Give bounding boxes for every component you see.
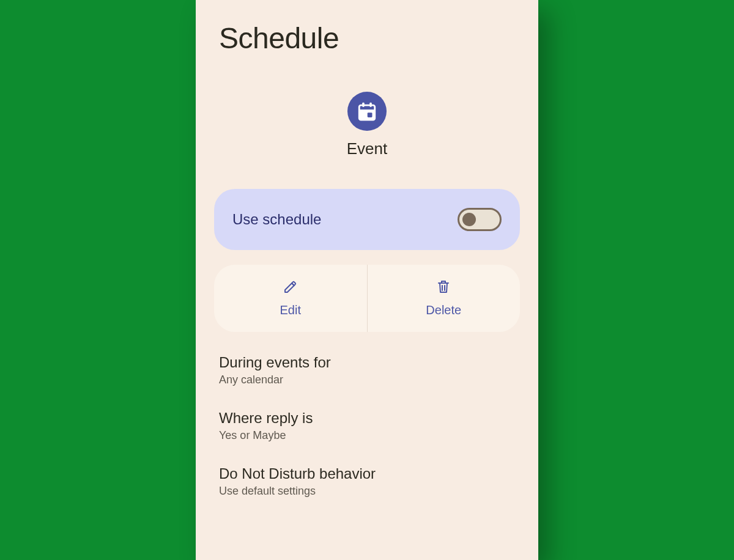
setting-title: Where reply is (219, 410, 515, 427)
setting-subtitle: Yes or Maybe (219, 429, 515, 442)
svg-rect-4 (369, 103, 372, 107)
pencil-icon (283, 279, 298, 297)
use-schedule-row[interactable]: Use schedule (214, 189, 520, 250)
delete-label: Delete (426, 303, 461, 317)
setting-during-events[interactable]: During events for Any calendar (219, 354, 515, 386)
trash-icon (436, 279, 451, 297)
setting-title: During events for (219, 354, 515, 371)
calendar-event-icon (347, 92, 387, 131)
setting-dnd-behavior[interactable]: Do Not Disturb behavior Use default sett… (219, 465, 515, 498)
settings-panel: Schedule Event Use schedule (196, 0, 538, 560)
setting-where-reply[interactable]: Where reply is Yes or Maybe (219, 410, 515, 442)
setting-subtitle: Use default settings (219, 485, 515, 498)
use-schedule-toggle[interactable] (458, 208, 502, 231)
setting-subtitle: Any calendar (219, 374, 515, 386)
use-schedule-label: Use schedule (232, 211, 321, 228)
settings-list: During events for Any calendar Where rep… (214, 354, 520, 498)
svg-rect-3 (362, 103, 365, 107)
setting-title: Do Not Disturb behavior (219, 465, 515, 482)
edit-label: Edit (280, 303, 301, 317)
event-header: Event (214, 92, 520, 158)
page-title: Schedule (219, 21, 520, 55)
delete-button[interactable]: Delete (367, 265, 521, 332)
edit-button[interactable]: Edit (214, 265, 367, 332)
event-label: Event (347, 139, 388, 158)
svg-rect-5 (368, 112, 373, 117)
schedule-actions: Edit Delete (214, 265, 520, 332)
